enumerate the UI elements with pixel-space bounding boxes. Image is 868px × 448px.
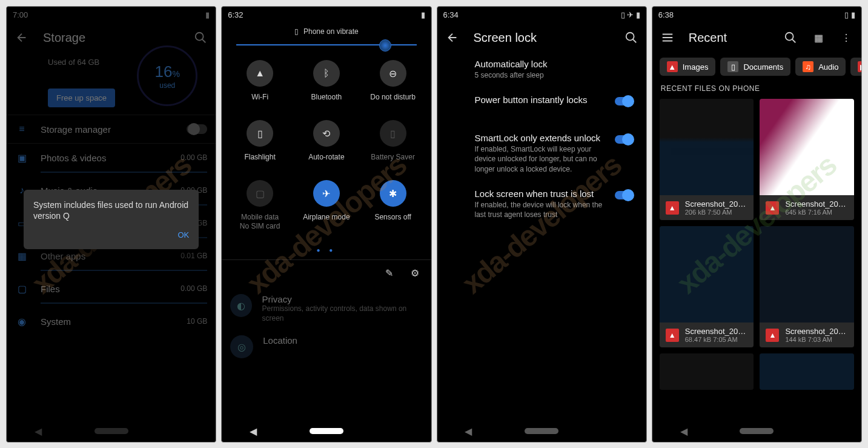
dialog-message: System includes files used to run Androi… [33,199,189,222]
pref-trust-lost[interactable]: Lock screen when trust is lostIf enabled… [462,182,646,228]
battery-icon: ▮ [205,10,210,19]
category-row[interactable]: ◉System10 GB [7,307,216,335]
file-name: Screenshot_201… [685,327,748,336]
file-thumbnail [760,226,854,323]
nav-back-icon[interactable]: ◀ [677,424,691,438]
storage-manager-toggle[interactable] [187,124,207,134]
tile-autorotate[interactable]: ⟲Auto-rotate [293,120,360,162]
nav-back-icon[interactable]: ◀ [31,424,45,438]
image-icon: ▲ [666,201,679,215]
tile-label: Auto-rotate [308,153,344,162]
settings-title: Privacy [262,294,422,304]
file-details: 144 kB 7:03 AM [785,336,848,343]
category-label: Files [41,284,168,294]
video-icon: ▶ [858,61,861,72]
settings-preview: ◐ PrivacyPermissions, activity controls,… [222,288,431,369]
search-icon[interactable] [784,31,797,44]
tile-battery-saver[interactable]: ▯Battery Saver [360,120,426,162]
sim-icon: ▢ [247,180,273,207]
file-card[interactable]: ▲Screenshot_201…206 kB 7:50 AM [660,99,754,220]
tile-label: Bluetooth [311,93,342,102]
files-icon: ▢ [15,282,28,295]
chip-documents[interactable]: ▯Documents [720,58,790,76]
nav-back-icon[interactable]: ◀ [462,424,475,438]
settings-row-location[interactable]: ◎ Location [222,329,431,364]
pref-auto-lock[interactable]: Automatically lock5 seconds after sleep [462,53,646,89]
back-icon[interactable] [15,31,28,44]
back-icon[interactable] [446,31,459,44]
system-icon: ◉ [15,315,28,328]
category-bar [41,303,207,304]
chip-label: Audio [818,62,838,72]
storage-manager-label: Storage manager [41,124,174,135]
screen-quick-settings: 6:32 ▮ ▯Phone on vibrate ▲Wi-Fi ᛒBluetoo… [221,6,431,443]
rotate-icon: ⟲ [313,120,340,147]
nav-home-pill[interactable] [94,428,128,434]
pref-title: Automatically lock [475,59,633,69]
screen-files-recent: 6:38 ▯ ▮ Recent ▦ ⋮ ▲Images ▯Documents ♫… [652,6,862,443]
usage-ring: 16% used [137,45,197,106]
search-icon[interactable] [194,31,207,44]
appbar: Screen lock [437,22,646,53]
gear-icon[interactable]: ⚙ [409,266,420,279]
nav-home-pill[interactable] [310,428,343,434]
grid-view-icon[interactable]: ▦ [812,31,825,44]
menu-icon[interactable] [661,31,674,44]
category-row[interactable]: ▣Photos & videos0.00 GB [7,144,216,172]
nav-back-icon[interactable]: ◀ [247,424,260,438]
battery-icon: ▯ [380,120,406,147]
storage-manager-row[interactable]: ≡ Storage manager [7,115,216,143]
apps-icon: ▦ [15,249,28,262]
tile-bluetooth[interactable]: ᛒBluetooth [293,60,360,102]
flashlight-icon: ▯ [247,120,273,147]
filter-chips: ▲Images ▯Documents ♫Audio ▶Videos [652,53,861,81]
file-name: Screenshot_201… [785,327,848,336]
chip-images[interactable]: ▲Images [660,58,716,76]
category-bar [41,172,207,173]
dialog-ok-button[interactable]: OK [33,230,189,239]
nav-home-pill[interactable] [525,428,558,434]
appbar: Recent ▦ ⋮ [652,22,861,53]
pref-switch[interactable] [615,97,633,105]
tile-label: Airplane mode [303,213,350,222]
tile-sensors-off[interactable]: ✱Sensors off [360,180,426,231]
pref-smartlock[interactable]: SmartLock only extends unlockIf enabled,… [462,127,646,182]
file-meta: ▲Screenshot_201…645 kB 7:16 AM [760,195,854,220]
search-icon[interactable] [624,31,638,44]
file-thumbnail [660,226,754,323]
pref-desc: 5 seconds after sleep [475,70,633,80]
tile-airplane[interactable]: ✈Airplane mode [293,180,360,231]
category-size: 0.00 GB [181,153,207,162]
chip-audio[interactable]: ♫Audio [795,58,846,76]
overflow-icon[interactable]: ⋮ [840,31,853,44]
edit-icon[interactable]: ✎ [384,266,395,279]
file-card[interactable]: ▲Screenshot_201…68.47 kB 7:05 AM [660,226,754,347]
screen-storage: 7:00 ▮ Storage Used of 64 GB 16% used Fr… [6,6,216,443]
settings-row-privacy[interactable]: ◐ PrivacyPermissions, activity controls,… [222,288,431,329]
image-icon: ▲ [667,61,678,72]
svg-point-2 [786,33,793,41]
file-card[interactable]: ▲Screenshot_201…144 kB 7:03 AM [760,226,854,347]
pref-switch[interactable] [615,191,633,199]
pref-power-lock[interactable]: Power button instantly locks [462,89,646,115]
nav-home-pill[interactable] [740,428,774,434]
file-card[interactable] [660,353,754,390]
file-card[interactable]: ▲Screenshot_201…645 kB 7:16 AM [760,99,854,220]
tile-flashlight[interactable]: ▯Flashlight [227,120,293,162]
pref-title: SmartLock only extends unlock [475,133,606,143]
page-indicator: ● ● [222,243,431,259]
category-row[interactable]: ▢Files0.00 GB [7,275,216,303]
tile-dnd[interactable]: ⊖Do not disturb [360,60,426,102]
tile-mobile-data[interactable]: ▢Mobile dataNo SIM card [227,180,293,231]
pref-switch[interactable] [615,135,633,144]
category-size: 0.00 GB [181,284,207,293]
page-title: Storage [43,31,179,45]
tile-wifi[interactable]: ▲Wi-Fi [227,60,293,102]
screen-lock-settings: 6:34 ▯ ✈ ▮ Screen lock Automatically loc… [437,6,647,443]
category-label: Other apps [41,251,168,261]
brightness-slider[interactable] [236,44,416,45]
file-card[interactable] [760,353,854,390]
photos-icon: ▣ [15,151,28,164]
free-up-space-button[interactable]: Free up space [48,89,115,107]
chip-videos[interactable]: ▶Videos [850,58,861,76]
